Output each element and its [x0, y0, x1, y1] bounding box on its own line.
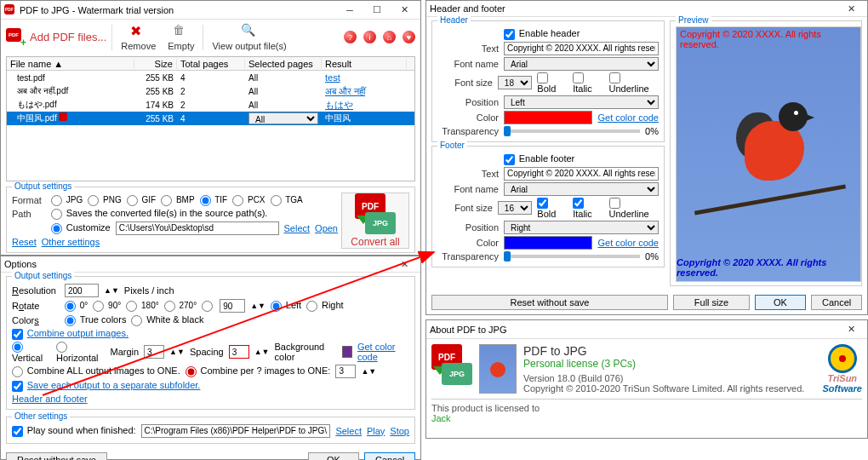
- rot-left[interactable]: Left: [271, 300, 301, 312]
- combine-all-radio[interactable]: Combine ALL output images to ONE.: [12, 365, 180, 377]
- wb-radio[interactable]: White & black: [131, 314, 203, 326]
- rot-270[interactable]: 270°: [164, 301, 197, 312]
- f-bold-checkbox[interactable]: Bold: [537, 198, 568, 219]
- col-filename[interactable]: File name ▲: [7, 59, 134, 69]
- opt-reset-button[interactable]: Reset without save: [6, 452, 107, 460]
- play-sound-checkbox[interactable]: Play sound when finished:: [12, 425, 136, 437]
- f-underline-checkbox[interactable]: Underline: [609, 198, 659, 219]
- h-getcolor-link[interactable]: Get color code: [597, 112, 659, 123]
- sound-path-input[interactable]: [141, 424, 331, 438]
- rot-custom[interactable]: [202, 301, 214, 312]
- remove-button[interactable]: ✖ Remove: [117, 21, 159, 53]
- truecolors-radio[interactable]: True colors: [65, 314, 126, 326]
- save-subfolder-checkbox[interactable]: Save each output to a separate subfolder…: [12, 380, 200, 392]
- select-path-link[interactable]: Select: [284, 223, 311, 233]
- format-jpg[interactable]: JPG: [51, 195, 83, 204]
- table-row[interactable]: もはや.pdf174 KB2Allもはや: [7, 98, 414, 112]
- rot-custom-input[interactable]: [220, 299, 245, 313]
- rot-90[interactable]: 90°: [93, 301, 121, 312]
- format-tga[interactable]: TGA: [271, 195, 303, 204]
- bgcolor-swatch[interactable]: [342, 346, 352, 358]
- selected-pages-select[interactable]: All: [248, 112, 318, 124]
- save-source-radio[interactable]: Saves the converted file(s) in the sourc…: [51, 208, 267, 220]
- rot-right[interactable]: Right: [306, 300, 343, 312]
- h-bold-checkbox[interactable]: Bold: [537, 72, 568, 94]
- home-icon[interactable]: ⌂: [383, 31, 396, 43]
- like-icon[interactable]: ♥: [403, 31, 415, 43]
- hf-ok-button[interactable]: OK: [755, 295, 806, 310]
- f-trans-slider[interactable]: [504, 255, 640, 258]
- maximize-button[interactable]: ☐: [364, 3, 390, 18]
- h-italic-checkbox[interactable]: Italic: [573, 72, 603, 94]
- rot-0[interactable]: 0°: [65, 301, 88, 312]
- h-trans-slider[interactable]: [504, 129, 640, 133]
- rot-180[interactable]: 180°: [126, 301, 158, 312]
- h-fontname-select[interactable]: Arial: [504, 57, 659, 71]
- col-size[interactable]: Size: [134, 59, 177, 69]
- resolution-input[interactable]: [65, 284, 99, 297]
- hf-reset-button[interactable]: Reset without save: [431, 295, 668, 310]
- open-path-link[interactable]: Open: [315, 223, 338, 233]
- empty-button[interactable]: 🗑 Empty: [164, 21, 197, 53]
- h-position-select[interactable]: Left: [504, 95, 659, 109]
- h-underline-checkbox[interactable]: Underline: [609, 72, 659, 94]
- customize-radio[interactable]: Customize: [51, 222, 111, 234]
- enable-footer-checkbox[interactable]: Enable footer: [504, 153, 574, 165]
- f-color-swatch[interactable]: [504, 236, 592, 250]
- f-position-select[interactable]: Right: [504, 221, 659, 234]
- horizontal-radio[interactable]: Horizontal: [56, 342, 105, 363]
- hf-title: Header and footer: [430, 3, 838, 14]
- result-link[interactable]: test: [325, 72, 340, 83]
- sound-play-link[interactable]: Play: [367, 426, 385, 436]
- f-getcolor-link[interactable]: Get color code: [597, 238, 659, 248]
- vertical-radio[interactable]: Vertical: [12, 342, 51, 363]
- format-tif[interactable]: TIF: [200, 195, 228, 204]
- margin-input[interactable]: [144, 345, 164, 359]
- h-color-swatch[interactable]: [504, 111, 592, 124]
- col-selected[interactable]: Selected pages: [245, 59, 322, 69]
- path-input[interactable]: [116, 221, 279, 235]
- sound-select-link[interactable]: Select: [335, 426, 362, 436]
- other-settings-link[interactable]: Other settings: [42, 237, 100, 247]
- f-fontname-select[interactable]: Arial: [504, 182, 659, 196]
- combine-checkbox[interactable]: Combine output images.: [12, 328, 128, 340]
- hf-close-button[interactable]: ✕: [838, 1, 864, 16]
- result-link[interactable]: もはや: [325, 100, 353, 110]
- result-link[interactable]: अब और नहीं: [325, 86, 365, 96]
- f-italic-checkbox[interactable]: Italic: [573, 198, 603, 219]
- format-gif[interactable]: GIF: [127, 195, 156, 204]
- h-text-input[interactable]: [504, 42, 659, 55]
- opt-ok-button[interactable]: OK: [308, 452, 359, 460]
- col-result[interactable]: Result: [322, 59, 407, 69]
- table-row[interactable]: अब और नहीं.pdf255 KB2Allअब और नहीं: [7, 84, 414, 98]
- format-png[interactable]: PNG: [88, 195, 121, 204]
- enable-header-checkbox[interactable]: Enable header: [504, 28, 580, 40]
- table-row[interactable]: 中国风.pdf 255 KB4All中国风: [7, 112, 414, 125]
- col-total[interactable]: Total pages: [177, 59, 245, 69]
- sound-stop-link[interactable]: Stop: [390, 426, 409, 436]
- f-text-input[interactable]: [504, 167, 659, 181]
- hf-fullsize-button[interactable]: Full size: [673, 295, 750, 310]
- getcolor-link[interactable]: Get color code: [357, 342, 409, 362]
- add-pdf-files-button[interactable]: Add PDF files...: [30, 31, 106, 43]
- info-icon[interactable]: i: [363, 31, 376, 43]
- view-output-button[interactable]: 🔍 View output file(s): [208, 21, 289, 53]
- h-fontsize-select[interactable]: 18: [498, 76, 532, 89]
- options-close-button[interactable]: ✕: [391, 256, 417, 272]
- f-fontsize-select[interactable]: 16: [498, 201, 532, 215]
- spacing-input[interactable]: [229, 345, 249, 359]
- hf-cancel-button[interactable]: Cancel: [811, 295, 862, 310]
- about-close-button[interactable]: ✕: [838, 322, 864, 337]
- convert-all-button[interactable]: PDF JPG Convert all: [341, 193, 409, 249]
- table-row[interactable]: test.pdf255 KB4Alltest: [7, 71, 414, 84]
- header-footer-link[interactable]: Header and footer: [12, 394, 88, 404]
- reset-link[interactable]: Reset: [12, 237, 37, 247]
- minimize-button[interactable]: ─: [337, 3, 363, 18]
- format-pcx[interactable]: PCX: [232, 195, 265, 204]
- combine-per-input[interactable]: [335, 365, 356, 378]
- close-button[interactable]: ✕: [391, 3, 417, 18]
- help-icon[interactable]: ?: [344, 31, 357, 43]
- format-bmp[interactable]: BMP: [161, 195, 194, 204]
- opt-cancel-button[interactable]: Cancel: [364, 452, 415, 460]
- combine-per-radio[interactable]: Combine per ? images to ONE:: [186, 365, 331, 377]
